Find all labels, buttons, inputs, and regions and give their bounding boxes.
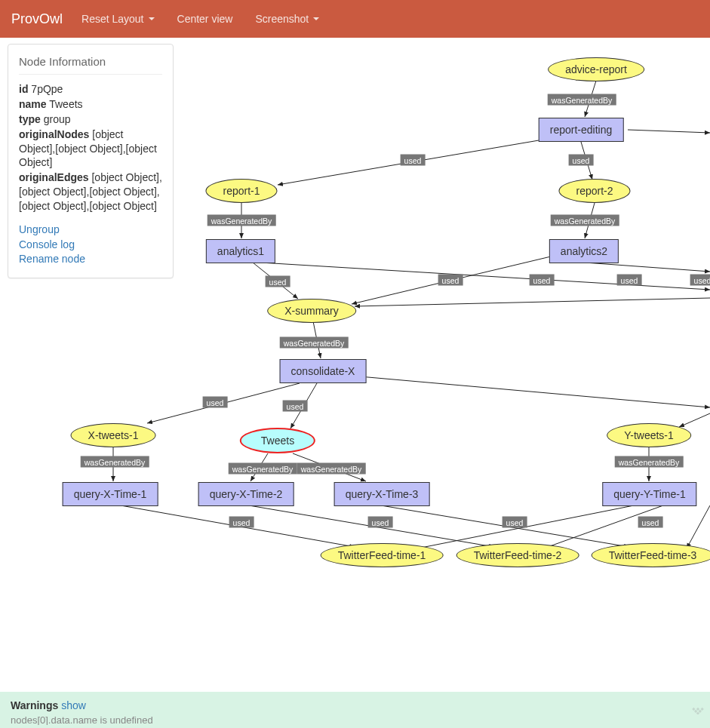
node-consolidate-x[interactable]: consolidate-X xyxy=(280,359,367,383)
edge-label: used xyxy=(690,275,710,286)
svg-rect-27 xyxy=(696,708,699,711)
edge-label: wasGeneratedBy xyxy=(207,215,276,226)
node-twitterfeed-2[interactable]: TwitterFeed-time-2 xyxy=(456,543,579,567)
edge-label: used xyxy=(266,276,290,287)
node-advice-report[interactable]: advice-report xyxy=(548,57,644,81)
edge-label: wasGeneratedBy xyxy=(615,456,684,468)
chevron-down-icon xyxy=(313,17,319,20)
node-x-tweets-1[interactable]: X-tweets-1 xyxy=(71,423,156,447)
edge-label: wasGeneratedBy xyxy=(280,337,349,349)
navbar: ProvOwl Reset Layout Center view Screens… xyxy=(0,0,710,38)
svg-line-3 xyxy=(628,130,710,133)
svg-rect-31 xyxy=(696,711,699,714)
edge-label: wasGeneratedBy xyxy=(229,463,297,475)
svg-line-11 xyxy=(355,298,710,306)
svg-rect-26 xyxy=(692,708,695,711)
svg-line-19 xyxy=(679,413,710,427)
svg-line-14 xyxy=(351,376,710,407)
warnings-show-link[interactable]: show xyxy=(61,699,86,711)
edge-label: used xyxy=(617,275,642,286)
footer-warnings: Warnings show nodes[0].data.name is unde… xyxy=(0,692,710,728)
edge-label: used xyxy=(283,401,308,412)
warnings-label: Warnings xyxy=(11,699,58,711)
graph-canvas[interactable]: advice-report report-editing report-1 re… xyxy=(0,38,710,687)
node-analytics1[interactable]: analytics1 xyxy=(206,239,275,263)
edge-label: wasGeneratedBy xyxy=(548,94,616,106)
svg-rect-29 xyxy=(694,710,697,713)
edge-label: used xyxy=(569,155,594,166)
edge-label: used xyxy=(438,275,463,286)
warnings-subtext: nodes[0].data.name is undefined xyxy=(11,714,699,725)
edge-label: wasGeneratedBy xyxy=(81,456,149,468)
node-query-y-time-1[interactable]: query-Y-Time-1 xyxy=(602,482,696,506)
nav-reset-layout-label: Reset Layout xyxy=(81,13,144,25)
brand[interactable]: ProvOwl xyxy=(11,11,70,27)
svg-rect-30 xyxy=(699,710,702,713)
svg-rect-28 xyxy=(701,708,704,711)
node-y-tweets-1[interactable]: Y-tweets-1 xyxy=(607,423,691,447)
node-twitterfeed-1[interactable]: TwitterFeed-time-1 xyxy=(321,543,444,567)
chevron-down-icon xyxy=(149,17,155,20)
edge-label: used xyxy=(229,517,254,528)
svg-line-9 xyxy=(585,263,710,272)
edge-label: used xyxy=(503,517,527,528)
node-analytics2[interactable]: analytics2 xyxy=(549,239,619,263)
node-report-editing[interactable]: report-editing xyxy=(539,118,624,142)
nav-center-view-label: Center view xyxy=(177,13,233,25)
edge-label: used xyxy=(530,275,555,286)
edge-label: used xyxy=(368,517,393,528)
edge-label: wasGeneratedBy xyxy=(551,215,619,226)
node-x-summary[interactable]: X-summary xyxy=(267,299,356,323)
node-report-1[interactable]: report-1 xyxy=(205,179,277,203)
node-query-x-time-1[interactable]: query-X-Time-1 xyxy=(63,482,158,506)
node-twitterfeed-3[interactable]: TwitterFeed-time-3 xyxy=(592,543,710,567)
node-tweets-selected[interactable]: Tweets xyxy=(240,428,315,453)
nav-screenshot[interactable]: Screenshot xyxy=(244,2,330,36)
node-query-x-time-2[interactable]: query-X-Time-2 xyxy=(198,482,294,506)
nav-screenshot-label: Screenshot xyxy=(255,13,309,25)
node-query-x-time-3[interactable]: query-X-Time-3 xyxy=(334,482,430,506)
edge-label: used xyxy=(638,517,663,528)
nav-reset-layout[interactable]: Reset Layout xyxy=(70,2,166,36)
edge-label: used xyxy=(401,155,426,166)
svg-line-25 xyxy=(687,505,710,548)
edge-label: wasGeneratedBy xyxy=(297,463,366,475)
node-report-2[interactable]: report-2 xyxy=(558,179,630,203)
edge-label: used xyxy=(203,397,228,408)
resize-grip-icon[interactable] xyxy=(689,696,707,714)
nav-center-view[interactable]: Center view xyxy=(166,2,244,36)
